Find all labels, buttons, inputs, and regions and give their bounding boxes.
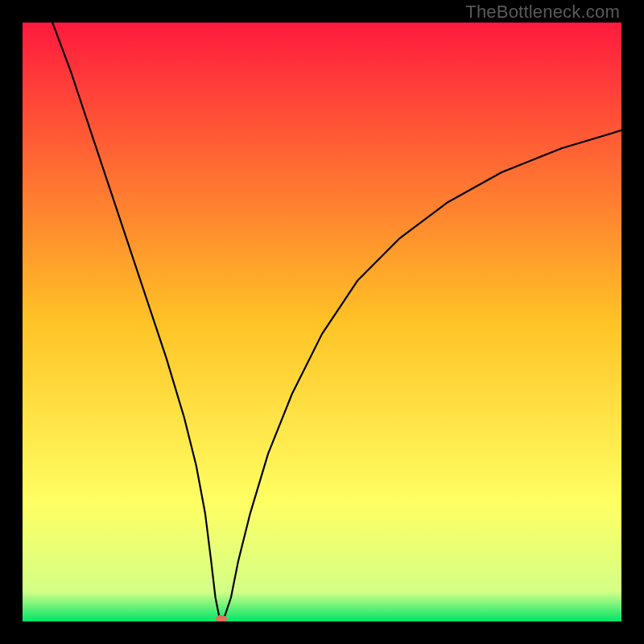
chart-frame: TheBottleneck.com [0,0,644,644]
plot-background [23,23,621,621]
chart-plot [23,23,621,621]
watermark-text: TheBottleneck.com [465,2,620,23]
